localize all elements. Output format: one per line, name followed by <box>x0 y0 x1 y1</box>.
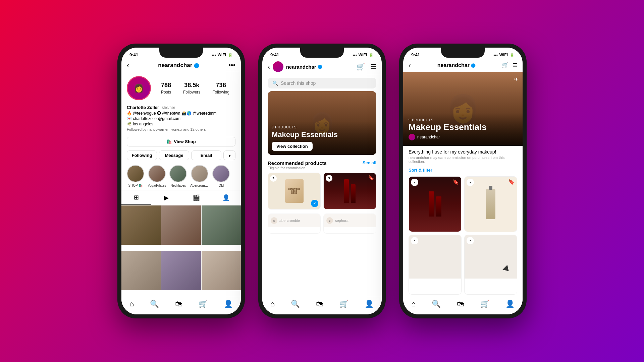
grid-info-1: HUDA BEAUTY Powe... $25 <box>409 232 461 232</box>
seller-badge-1: S <box>270 175 277 182</box>
message-button[interactable]: Message <box>159 150 189 160</box>
hero-creator-name: nearandchar <box>417 135 440 139</box>
grid-photo-1[interactable] <box>121 205 161 245</box>
nav-search-3[interactable]: 🔍 <box>432 300 441 308</box>
following-stat[interactable]: 738 Following <box>212 82 229 95</box>
posts-stat[interactable]: 788 Posts <box>161 82 171 95</box>
nav-search-2[interactable]: 🔍 <box>291 300 300 308</box>
grid-product-2[interactable]: S 🔖 IT Cosmetics CC+ Crea... $39.50 <box>464 176 517 232</box>
grid-product-4[interactable]: S <box>464 235 517 295</box>
bio-pronouns: she/her <box>162 105 175 110</box>
bottom-nav-1: ⌂ 🔍 🛍 🛒 👤 <box>121 296 241 314</box>
nav-home-3[interactable]: ⌂ <box>411 300 416 308</box>
profile-avatar[interactable]: 👩 <box>127 76 151 100</box>
content-tabs: ⊞ ▶ 🎬 👤 <box>121 190 241 205</box>
product-card-3[interactable]: A abercrombie <box>268 214 321 234</box>
following-button[interactable]: Following <box>127 150 157 160</box>
posts-count: 788 <box>161 82 171 89</box>
cc-cream-cap <box>489 186 492 190</box>
grid-photo-3[interactable] <box>202 205 241 245</box>
recommended-title: Recommended products <box>268 160 327 166</box>
nav-search-1[interactable]: 🔍 <box>150 300 159 308</box>
menu-icon-3[interactable]: ☰ <box>513 62 517 68</box>
bookmark-icon-g2[interactable]: 🔖 <box>508 179 515 185</box>
nav-profile-1[interactable]: 👤 <box>224 300 233 308</box>
abercrombie-label: abercrombie <box>279 219 300 223</box>
collection-title: Makeup Essentials <box>272 130 372 139</box>
followers-label: Followers <box>183 90 200 95</box>
menu-icon-2[interactable]: ☰ <box>370 63 376 71</box>
nav-shop-2[interactable]: 🛍 <box>316 300 323 308</box>
back-button-2[interactable]: ‹ <box>268 63 270 71</box>
product-card-1[interactable]: S HERBIVORECOCOROSE ✓ Herbivore Coco Ros… <box>268 173 321 209</box>
bottom-nav-3: ⌂ 🔍 🛍 🛒 👤 <box>403 296 523 314</box>
desc-sub: nearandchar may earn commission on purch… <box>409 156 517 164</box>
grid-product-3[interactable]: S <box>409 235 462 295</box>
email-button[interactable]: Email <box>191 150 221 160</box>
products-row-2: A abercrombie S sephora <box>262 212 382 235</box>
view-collection-button[interactable]: View collection <box>272 142 313 151</box>
hero-tag: 9 PRODUCTS <box>409 118 517 122</box>
story-item-necklaces[interactable]: Necklaces <box>169 165 187 187</box>
tab-tagged[interactable]: 👤 <box>211 190 241 205</box>
grid-photo-2[interactable] <box>161 205 201 245</box>
dropdown-button[interactable]: ▾ <box>223 150 235 160</box>
grid-product-1[interactable]: S 🔖 HUDA BEAUTY Powe... $25 <box>409 176 462 232</box>
followers-stat[interactable]: 38.5k Followers <box>183 82 200 95</box>
see-all-button[interactable]: See all <box>363 160 376 165</box>
bookmark-icon-g1[interactable]: 🔖 <box>452 179 459 185</box>
back-button[interactable]: ‹ <box>127 61 129 69</box>
collection-banner[interactable]: 👩 9 PRODUCTS Makeup Essentials View coll… <box>268 91 376 155</box>
sort-filter-button[interactable]: Sort & filter <box>409 168 432 173</box>
product-img-2: S 🔖 <box>324 173 376 209</box>
nav-profile-3[interactable]: 👤 <box>505 300 515 308</box>
nav-shop-3[interactable]: 🛍 <box>457 300 464 308</box>
status-icons-3: ▪▪▪ WiFi 🔋 <box>493 53 515 57</box>
story-label-necklaces: Necklaces <box>170 184 186 187</box>
tab-reels[interactable]: ▶ <box>151 190 181 205</box>
nav-home-1[interactable]: ⌂ <box>129 300 134 308</box>
lipstick-1 <box>344 179 349 203</box>
story-avatar-necklaces <box>169 165 187 182</box>
photo-grid <box>121 205 241 296</box>
story-item-abercrombie[interactable]: Abercrombie <box>190 165 209 187</box>
nav-home-2[interactable]: ⌂ <box>270 300 275 308</box>
following-count: 738 <box>212 82 229 89</box>
sort-filter-section: Sort & filter <box>403 165 523 175</box>
search-bar[interactable]: 🔍 Search this shop <box>268 78 376 88</box>
product-card-4[interactable]: S sephora <box>323 214 376 234</box>
tab-video[interactable]: 🎬 <box>181 190 211 205</box>
share-icon[interactable]: ✈ <box>514 76 519 82</box>
nav-shop-1[interactable]: 🛍 <box>175 300 182 308</box>
grid-photo-5[interactable] <box>161 251 201 290</box>
cart-icon-2[interactable]: 🛒 <box>357 63 365 71</box>
story-label-shop: SHOP 🛍️ <box>128 184 143 187</box>
back-button-3[interactable]: ‹ <box>409 61 411 69</box>
view-shop-button[interactable]: 🛍️ View Shop <box>127 137 235 146</box>
more-options-button[interactable]: ••• <box>228 61 235 69</box>
tab-grid[interactable]: ⊞ <box>121 190 151 205</box>
collection-header-icons: 🛒 ☰ <box>502 62 517 68</box>
story-item-shop[interactable]: SHOP 🛍️ <box>127 165 144 187</box>
grid-img-3: S <box>409 235 461 279</box>
grid-photo-6[interactable] <box>202 251 241 290</box>
hero-creator-row: nearandchar <box>409 134 517 140</box>
nav-profile-2[interactable]: 👤 <box>365 300 374 308</box>
bio-line-1: 🔥 @teenvogue 🅜 @thebtwn 📸🌎 @wearedmm <box>127 111 235 116</box>
battery-icon-3: 🔋 <box>509 53 515 57</box>
lipstick-group <box>344 179 356 203</box>
verified-badge-1: ⬤ <box>194 63 199 68</box>
nav-cart-2[interactable]: 🛒 <box>339 300 348 308</box>
story-item-yoga[interactable]: Yoga/Pilates <box>148 165 166 187</box>
bookmark-icon-2[interactable]: 🔖 <box>368 175 374 180</box>
recommended-title-group: Recommended products Eligible for commis… <box>268 160 327 170</box>
search-icon-2: 🔍 <box>272 80 278 86</box>
time-3: 9:41 <box>411 52 420 57</box>
cart-icon-3[interactable]: 🛒 <box>502 62 508 68</box>
nav-cart-3[interactable]: 🛒 <box>480 300 489 308</box>
coco-rose-visual: HERBIVORECOCOROSE <box>285 179 304 203</box>
grid-photo-4[interactable] <box>121 251 161 290</box>
product-card-2[interactable]: S 🔖 HUDA BEAUTY Powe... $25 <box>323 173 376 209</box>
nav-cart-1[interactable]: 🛒 <box>199 300 208 308</box>
story-item-old[interactable]: Old <box>212 165 230 187</box>
